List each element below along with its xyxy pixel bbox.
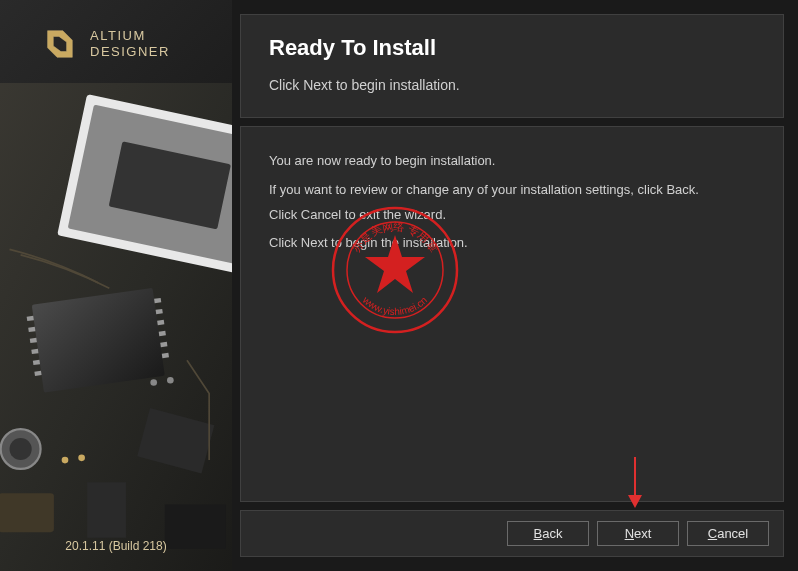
logo-text: ALTIUM DESIGNER (90, 28, 170, 59)
pcb-background-image (0, 83, 232, 571)
content-line-1: You are now ready to begin installation. (269, 151, 755, 172)
main-content: Ready To Install Click Next to begin ins… (232, 0, 798, 571)
header-panel: Ready To Install Click Next to begin ins… (240, 14, 784, 118)
content-panel: You are now ready to begin installation.… (240, 126, 784, 502)
svg-rect-10 (34, 371, 41, 376)
svg-rect-13 (157, 320, 164, 325)
cancel-button[interactable]: Cancel (687, 521, 769, 546)
svg-rect-16 (162, 353, 169, 358)
page-subtitle: Click Next to begin installation. (269, 77, 755, 93)
svg-rect-8 (31, 349, 38, 354)
svg-rect-4 (32, 288, 165, 393)
svg-point-24 (78, 455, 85, 462)
svg-rect-20 (0, 493, 54, 532)
next-button[interactable]: Next (597, 521, 679, 546)
version-label: 20.1.11 (Build 218) (0, 539, 232, 553)
svg-rect-21 (87, 482, 126, 537)
logo-area: ALTIUM DESIGNER (0, 0, 232, 83)
brand-line1: ALTIUM (90, 28, 170, 44)
svg-rect-7 (30, 338, 37, 343)
svg-rect-11 (154, 298, 161, 303)
sidebar: ALTIUM DESIGNER (0, 0, 232, 571)
svg-rect-15 (160, 342, 167, 347)
altium-logo-icon (40, 25, 78, 63)
back-button[interactable]: Back (507, 521, 589, 546)
content-line-4: Click Next to begin the installation. (269, 233, 755, 254)
footer-panel: Back Next Cancel (240, 510, 784, 557)
svg-rect-14 (159, 331, 166, 336)
content-line-2: If you want to review or change any of y… (269, 180, 755, 201)
page-title: Ready To Install (269, 35, 755, 61)
svg-point-23 (62, 457, 69, 464)
content-line-3: Click Cancel to exit the wizard. (269, 205, 755, 226)
svg-rect-9 (33, 360, 40, 365)
svg-rect-12 (156, 309, 163, 314)
brand-line2: DESIGNER (90, 44, 170, 60)
svg-point-18 (10, 438, 32, 460)
svg-rect-6 (28, 327, 35, 332)
svg-rect-5 (27, 316, 34, 321)
svg-point-25 (150, 379, 157, 386)
svg-point-26 (167, 377, 174, 384)
